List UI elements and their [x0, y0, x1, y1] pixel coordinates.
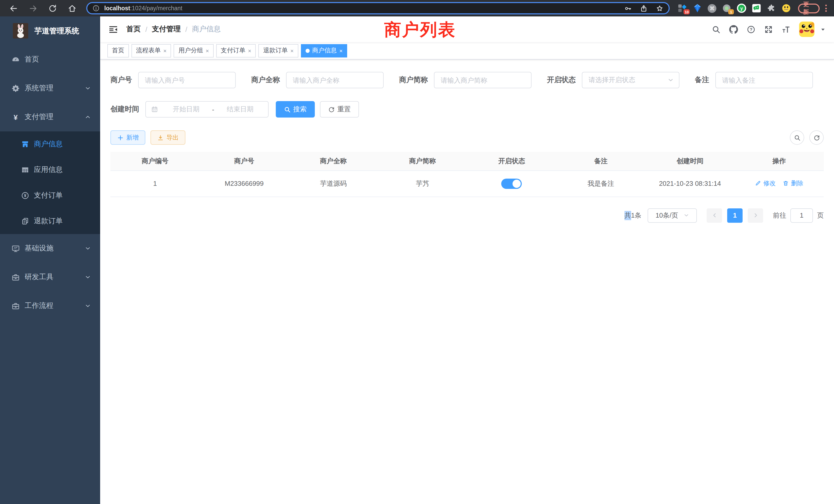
ext-command-icon[interactable]: ⌘: [708, 4, 717, 13]
user-avatar[interactable]: [799, 22, 814, 37]
sidebar-item-system[interactable]: 系统管理: [0, 74, 100, 102]
ext-y-icon[interactable]: y: [737, 4, 746, 13]
browser-profile-avatar[interactable]: [782, 4, 791, 13]
tab-close-icon[interactable]: ×: [163, 47, 167, 54]
tab-user-group[interactable]: 用户分组×: [174, 44, 214, 57]
browser-home-icon[interactable]: [68, 4, 76, 13]
export-button[interactable]: 导出: [151, 130, 185, 145]
merchant-table: 商户编号 商户号 商户全称 商户简称 开启状态 备注 创建时间 操作 1: [110, 152, 824, 197]
start-date-placeholder: 开始日期: [163, 105, 209, 114]
delete-button[interactable]: 删除: [783, 179, 803, 188]
pagination-total: 共 1 条: [624, 211, 641, 220]
sidebar-item-merchant-info[interactable]: 商户信息: [0, 131, 100, 157]
page-size-select[interactable]: 10条/页: [648, 208, 697, 223]
sidebar-logo[interactable]: 芋道管理系统: [0, 17, 100, 45]
breadcrumb-current: 商户信息: [192, 25, 221, 34]
next-page-button[interactable]: [748, 208, 763, 223]
ext-chat-icon[interactable]: [752, 4, 761, 13]
merchant-fullname-label: 商户全称: [251, 75, 286, 85]
search-icon: [794, 134, 800, 141]
sidebar-item-home[interactable]: 首页: [0, 45, 100, 74]
col-remark: 备注: [556, 152, 645, 170]
tab-label: 商户信息: [312, 46, 337, 55]
browser-forward-icon[interactable]: [29, 4, 38, 13]
bookmark-star-icon[interactable]: [656, 4, 663, 12]
tab-close-icon[interactable]: ×: [248, 47, 251, 54]
yen-glyph: ¥: [14, 113, 18, 121]
merchant-no-input[interactable]: [138, 72, 236, 88]
sidebar-item-app-info[interactable]: 应用信息: [0, 157, 100, 183]
address-bar[interactable]: localhost:1024/pay/merchant: [86, 2, 670, 14]
sidebar-item-infrastructure[interactable]: 基础设施: [0, 234, 100, 263]
github-icon[interactable]: [729, 25, 738, 33]
tab-pay-order[interactable]: 支付订单×: [216, 44, 256, 57]
browser-update-button[interactable]: 更新: [798, 3, 820, 13]
page-content: 商户号 商户全称 商户简称 开启状态 请选择开启状态: [100, 60, 834, 504]
ext-recorder-icon[interactable]: 1: [722, 4, 731, 13]
tab-merchant-info[interactable]: 商户信息×: [301, 44, 347, 57]
browser-menu-icon[interactable]: [823, 4, 829, 13]
briefcase-icon: [11, 301, 20, 310]
create-time-range-picker[interactable]: 开始日期 - 结束日期: [145, 101, 269, 117]
sidebar-item-workflow[interactable]: 工作流程: [0, 292, 100, 320]
avatar-caret-icon[interactable]: [820, 26, 826, 32]
sidebar-item-payment[interactable]: ¥ 支付管理: [0, 102, 100, 131]
tab-close-icon[interactable]: ×: [206, 47, 209, 54]
breadcrumb-home[interactable]: 首页: [126, 25, 141, 34]
sidebar-item-refund-order[interactable]: 退款订单: [0, 208, 100, 234]
edit-button[interactable]: 修改: [755, 179, 775, 188]
ext-blocker-icon[interactable]: 10: [678, 4, 687, 13]
status-select[interactable]: 请选择开启状态: [582, 72, 679, 88]
search-button[interactable]: 搜索: [276, 101, 315, 117]
header-search-icon[interactable]: [712, 25, 721, 33]
help-icon[interactable]: ?: [747, 25, 755, 33]
page-number-1[interactable]: 1: [727, 208, 743, 223]
remark-input[interactable]: [716, 72, 813, 88]
tab-label: 退款订单: [263, 46, 288, 55]
browser-back-icon[interactable]: [9, 4, 18, 13]
show-search-toggle-button[interactable]: [790, 130, 804, 145]
status-toggle[interactable]: [502, 178, 522, 189]
site-info-icon[interactable]: [92, 5, 100, 12]
col-status: 开启状态: [467, 152, 556, 170]
prev-page-button[interactable]: [707, 208, 722, 223]
password-key-icon[interactable]: [624, 4, 632, 12]
cell-short-name: 芋艿: [378, 170, 467, 197]
sidebar-item-pay-order[interactable]: ¥ 支付订单: [0, 183, 100, 208]
cell-remark: 我是备注: [556, 170, 645, 197]
tab-close-icon[interactable]: ×: [339, 47, 343, 54]
annotation-title: 商户列表: [384, 19, 456, 42]
ext-kite-icon[interactable]: [693, 4, 702, 13]
breadcrumb-payment[interactable]: 支付管理: [152, 25, 181, 34]
font-size-icon[interactable]: [782, 25, 790, 33]
browser-reload-icon[interactable]: [48, 4, 57, 13]
extensions-puzzle-icon[interactable]: [767, 4, 776, 13]
goto-page-input[interactable]: [790, 208, 813, 223]
main-area: 商户列表 首页 / 支付管理 / 商户信息 ?: [100, 17, 834, 504]
sidebar-toggle-icon[interactable]: [108, 24, 118, 34]
refresh-table-button[interactable]: [809, 130, 824, 145]
download-icon: [157, 134, 164, 141]
share-icon[interactable]: [640, 4, 648, 12]
tab-home[interactable]: 首页: [107, 44, 129, 57]
tab-label: 支付订单: [221, 46, 245, 55]
sidebar: 芋道管理系统 首页 系统管理 ¥ 支付管理 商户信息: [0, 17, 100, 504]
add-button[interactable]: 新增: [110, 130, 145, 145]
merchant-fullname-input[interactable]: [286, 72, 383, 88]
merchant-shortname-input[interactable]: [434, 72, 531, 88]
cell-status: [467, 170, 556, 197]
fullscreen-icon[interactable]: [764, 25, 773, 33]
extensions-area: 10 ⌘ 1 y: [678, 4, 791, 13]
sidebar-item-label: 支付订单: [34, 191, 63, 200]
reset-button[interactable]: 重置: [320, 101, 359, 117]
select-caret-icon: [683, 212, 689, 218]
col-actions: 操作: [734, 152, 824, 170]
tab-process-form[interactable]: 流程表单×: [131, 44, 171, 57]
tab-refund-order[interactable]: 退款订单×: [259, 44, 299, 57]
sidebar-item-dev-tools[interactable]: 研发工具: [0, 263, 100, 292]
yen-icon: ¥: [11, 113, 20, 121]
sidebar-item-label: 应用信息: [34, 165, 63, 175]
y-glyph: y: [740, 6, 743, 11]
tab-close-icon[interactable]: ×: [290, 47, 294, 54]
search-button-label: 搜索: [293, 105, 307, 114]
